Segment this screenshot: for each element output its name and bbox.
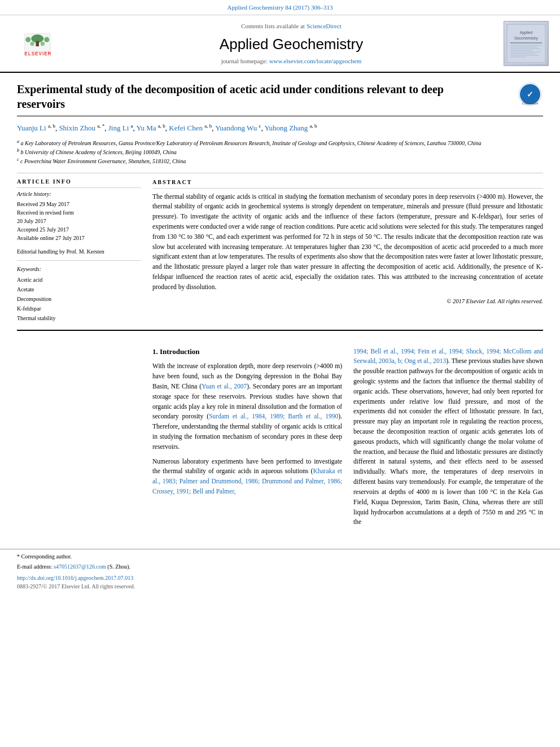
elsevier-logo-area: ELSEVIER bbox=[11, 28, 79, 59]
issn-text: 0883-2927/© 2017 Elsevier Ltd. All right… bbox=[17, 583, 543, 591]
svg-rect-18 bbox=[510, 54, 535, 54]
received-revised-label: Received in revised form bbox=[17, 208, 141, 217]
author-yu-ma: Yu Ma bbox=[137, 124, 156, 133]
svg-text:ELSEVIER: ELSEVIER bbox=[24, 51, 51, 56]
svg-rect-20 bbox=[510, 57, 527, 58]
svg-point-4 bbox=[44, 37, 49, 42]
keywords-divider bbox=[17, 260, 141, 261]
author-shixin-zhou: Shixin Zhou bbox=[59, 124, 95, 133]
author-jing-li: Jing Li bbox=[108, 124, 129, 133]
accepted-date: Accepted 25 July 2017 bbox=[17, 225, 141, 234]
journal-cover-area: Applied Geochemistry bbox=[504, 21, 549, 66]
article-title: Experimental study of the decomposition … bbox=[17, 82, 480, 111]
svg-point-6 bbox=[41, 42, 45, 46]
keywords-label: Keywords: bbox=[17, 265, 141, 274]
keyword-4: K-feldspar bbox=[17, 304, 141, 313]
editorial-note: Editorial handling by Prof. M. Kersten bbox=[17, 248, 141, 256]
svg-rect-19 bbox=[510, 55, 539, 56]
svg-rect-16 bbox=[510, 50, 532, 51]
affiliation-a: a a Key Laboratory of Petroleum Resource… bbox=[17, 138, 543, 147]
citation-text: Applied Geochemistry 84 (2017) 306–313 bbox=[228, 4, 333, 11]
svg-rect-12 bbox=[510, 42, 542, 43]
author-yuanju-li: Yuanju Li bbox=[17, 124, 46, 133]
svg-text:Applied: Applied bbox=[520, 31, 533, 36]
svg-text:Geochemistry: Geochemistry bbox=[514, 36, 539, 41]
article-history: Article history: Received 29 May 2017 Re… bbox=[17, 190, 141, 242]
svg-text:✓: ✓ bbox=[527, 90, 533, 99]
intro-paragraph-1: With the increase of exploration depth, … bbox=[152, 361, 342, 452]
article-title-section: Experimental study of the decomposition … bbox=[17, 82, 543, 116]
contents-available-text: Contents lists available at ScienceDirec… bbox=[79, 21, 504, 32]
article-info-abstract: ARTICLE INFO Article history: Received 2… bbox=[17, 178, 543, 323]
svg-point-3 bbox=[25, 37, 30, 42]
author-kefei-chen: Kefei Chen bbox=[169, 124, 203, 133]
intro-paragraph-2: Numerous laboratory experiments have bee… bbox=[152, 457, 342, 497]
elsevier-logo-icon: ELSEVIER bbox=[20, 28, 71, 59]
abstract-text: The thermal stability of organic acids i… bbox=[152, 192, 543, 292]
affiliation-c: c c Powerchina Water Environment Governa… bbox=[17, 156, 543, 165]
affiliation-b: b b University of Chinese Academy of Sci… bbox=[17, 147, 543, 156]
bottom-section-divider bbox=[17, 330, 543, 331]
keywords-list: Acetic acid Acetate Decomposition K-feld… bbox=[17, 275, 141, 323]
svg-rect-13 bbox=[510, 45, 542, 46]
available-online: Available online 27 July 2017 bbox=[17, 234, 141, 242]
intro-two-col: 1. Introduction With the increase of exp… bbox=[152, 347, 543, 532]
svg-rect-17 bbox=[510, 52, 541, 53]
section-divider bbox=[17, 173, 543, 173]
cite-bell-1994: 1994; Bell et al., 1994; Fein et al., 19… bbox=[353, 348, 543, 365]
intro-right-text: 1994; Bell et al., 1994; Fein et al., 19… bbox=[353, 347, 543, 528]
body-col-left bbox=[17, 347, 141, 532]
body-col-right: 1. Introduction With the increase of exp… bbox=[152, 347, 543, 532]
journal-title: Applied Geochemistry bbox=[79, 34, 504, 55]
abstract-heading: ABSTRACT bbox=[152, 178, 543, 189]
cite-kharaka: Kharaka et al., 1983; Palmer and Drummon… bbox=[152, 468, 342, 495]
journal-header-center: Contents lists available at ScienceDirec… bbox=[79, 21, 504, 66]
keyword-5: Thermal stability bbox=[17, 313, 141, 323]
doi-link[interactable]: http://dx.doi.org/10.1016/j.apgeochem.20… bbox=[17, 574, 543, 583]
intro-left-col: 1. Introduction With the increase of exp… bbox=[152, 347, 342, 532]
svg-point-5 bbox=[30, 42, 34, 46]
email-line: E-mail address: s470512637@126.com (S. Z… bbox=[17, 563, 543, 571]
page: Applied Geochemistry 84 (2017) 306–313 E… bbox=[0, 0, 560, 747]
body-section: 1. Introduction With the increase of exp… bbox=[0, 347, 560, 544]
cite-surdam: Surdam et al., 1984, 1989; Barth et al.,… bbox=[209, 413, 338, 420]
homepage-url[interactable]: www.elsevier.com/locate/apgeochem bbox=[269, 58, 362, 64]
crossmark-icon: ✓ CrossMark bbox=[518, 82, 543, 107]
abstract-col: ABSTRACT The thermal stability of organi… bbox=[152, 178, 543, 323]
svg-rect-14 bbox=[510, 47, 538, 47]
svg-text:CrossMark: CrossMark bbox=[522, 102, 539, 105]
top-citation-bar: Applied Geochemistry 84 (2017) 306–313 bbox=[0, 0, 560, 15]
history-label: Article history: bbox=[17, 190, 141, 199]
received-date: Received 29 May 2017 bbox=[17, 200, 141, 208]
journal-homepage: journal homepage: www.elsevier.com/locat… bbox=[79, 57, 504, 66]
keyword-1: Acetic acid bbox=[17, 275, 141, 285]
author-yuandong-wu: Yuandong Wu bbox=[215, 124, 257, 133]
email-address[interactable]: s470512637@126.com bbox=[54, 563, 106, 570]
intro-right-col: 1994; Bell et al., 1994; Fein et al., 19… bbox=[353, 347, 543, 532]
keyword-3: Decomposition bbox=[17, 294, 141, 304]
svg-rect-15 bbox=[510, 49, 540, 49]
received-revised-date: 20 July 2017 bbox=[17, 217, 141, 225]
sciencedirect-link[interactable]: ScienceDirect bbox=[307, 23, 342, 29]
article-content: Experimental study of the decomposition … bbox=[0, 73, 560, 346]
keyword-2: Acetate bbox=[17, 285, 141, 294]
cover-thumbnail-icon: Applied Geochemistry bbox=[505, 23, 547, 64]
footer-links: http://dx.doi.org/10.1016/j.apgeochem.20… bbox=[17, 574, 543, 591]
footer: * Corresponding author. E-mail address: … bbox=[0, 549, 560, 595]
cite-yuan-2007: Yuan et al., 2007 bbox=[202, 383, 247, 390]
journal-header: ELSEVIER Contents lists available at Sci… bbox=[0, 15, 560, 73]
section-1-title: 1. Introduction bbox=[152, 347, 342, 357]
author-yuhong-zhang: Yuhong Zhang bbox=[264, 124, 308, 133]
corresponding-note: * Corresponding author. bbox=[17, 553, 543, 561]
journal-cover-image: Applied Geochemistry bbox=[504, 21, 549, 66]
authors-line: Yuanju Li a, b, Shixin Zhou a, *, Jing L… bbox=[17, 122, 543, 134]
affiliations: a a Key Laboratory of Petroleum Resource… bbox=[17, 138, 543, 166]
svg-rect-2 bbox=[36, 41, 40, 46]
crossmark-area: ✓ CrossMark bbox=[518, 82, 543, 111]
copyright-text: © 2017 Elsevier Ltd. All rights reserved… bbox=[152, 297, 543, 306]
article-info-col: ARTICLE INFO Article history: Received 2… bbox=[17, 178, 141, 323]
article-info-heading: ARTICLE INFO bbox=[17, 178, 141, 189]
